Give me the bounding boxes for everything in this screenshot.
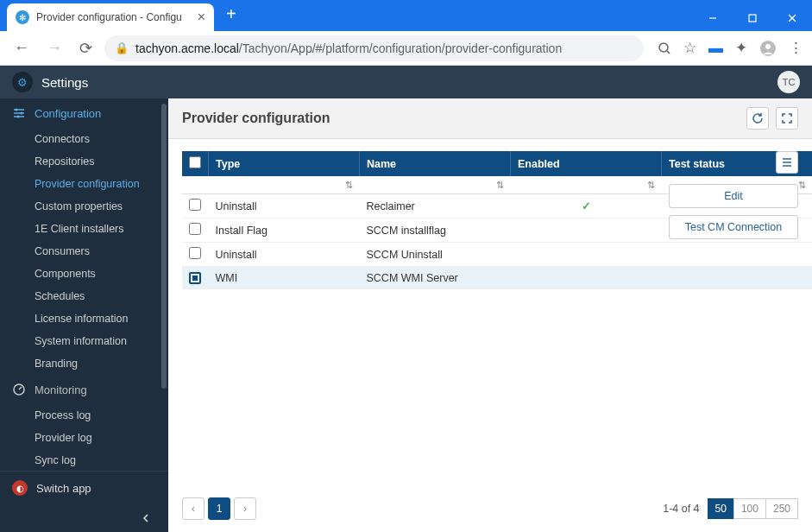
select-all-checkbox[interactable] (189, 156, 201, 168)
profile-icon[interactable] (759, 40, 777, 57)
sidebar-scrollbar[interactable] (161, 104, 167, 389)
cell-name: SCCM Uninstall (360, 243, 511, 267)
filter-name-input[interactable] (363, 179, 493, 191)
back-button[interactable]: ← (9, 35, 35, 60)
sidebar-item[interactable]: Repositories (0, 150, 168, 173)
svg-point-7 (765, 44, 771, 49)
bookmark-star-icon[interactable]: ☆ (683, 39, 696, 57)
switch-app-button[interactable]: ◐ Switch app (0, 472, 168, 504)
check-icon: ✓ (518, 200, 655, 212)
sidebar-item[interactable]: Provider log (0, 427, 168, 449)
col-header-name[interactable]: Name (360, 151, 511, 176)
filter-enabled-input[interactable] (514, 179, 644, 191)
browser-tab[interactable]: ✻ Provider configuration - Configu × (7, 3, 214, 31)
row-checkbox[interactable] (189, 199, 201, 211)
prev-page-button[interactable]: ‹ (182, 497, 205, 520)
lock-icon: 🔒 (115, 41, 129, 54)
sidebar-item[interactable]: Sync log (0, 449, 168, 471)
row-checkbox[interactable] (189, 272, 201, 284)
page-size-selector: 50100250 (708, 498, 798, 519)
fullscreen-button[interactable] (776, 107, 798, 130)
cell-type: Uninstall (209, 194, 360, 218)
svg-point-8 (16, 109, 18, 111)
chat-icon[interactable]: ▬ (708, 40, 723, 57)
refresh-button[interactable] (746, 107, 769, 130)
pager-summary: 1-4 of 4 (663, 503, 699, 515)
sidebar-item[interactable]: Branding (0, 352, 168, 375)
test-connection-button[interactable]: Test CM Connection (669, 215, 798, 239)
nav-label: Configuration (35, 107, 101, 120)
new-tab-button[interactable]: + (214, 4, 249, 24)
app-gear-icon: ⚙ (12, 72, 33, 92)
url-text: tachyon.acme.local/Tachyon/App/#/platfor… (135, 41, 562, 55)
sort-icon[interactable]: ⇅ (342, 180, 356, 191)
sidebar-item[interactable]: License information (0, 307, 168, 330)
edit-button[interactable]: Edit (669, 184, 798, 208)
panel-menu-button[interactable] (776, 151, 798, 174)
sidebar-item[interactable]: Connectors (0, 128, 168, 150)
minimize-button[interactable] (693, 5, 733, 31)
cell-name: SCCM installflag (360, 218, 511, 243)
page-size-option[interactable]: 250 (765, 498, 798, 519)
collapse-sidebar-button[interactable] (0, 504, 168, 532)
cell-enabled (511, 267, 662, 289)
cell-type: Uninstall (209, 243, 360, 267)
cell-enabled (511, 218, 662, 243)
row-checkbox[interactable] (189, 247, 201, 259)
switch-app-label: Switch app (36, 482, 91, 495)
sidebar-item[interactable]: 1E Client installers (0, 218, 168, 240)
svg-rect-1 (749, 15, 756, 22)
close-tab-icon[interactable]: × (198, 10, 205, 24)
reload-button[interactable]: ⟳ (74, 35, 98, 61)
svg-point-9 (21, 112, 23, 115)
svg-line-12 (19, 387, 22, 390)
row-checkbox[interactable] (189, 223, 201, 235)
maximize-button[interactable] (733, 5, 772, 31)
svg-point-10 (17, 116, 20, 118)
sidebar-item[interactable]: Consumers (0, 240, 168, 263)
page-size-option[interactable]: 100 (733, 498, 766, 519)
sidebar-item[interactable]: Custom properties (0, 195, 168, 218)
nav-section-monitoring[interactable]: Monitoring (0, 375, 168, 404)
sidebar-item[interactable]: System information (0, 330, 168, 352)
sidebar-item[interactable]: Components (0, 263, 168, 285)
nav-section-configuration[interactable]: Configuration (0, 98, 168, 128)
page-1-button[interactable]: 1 (208, 497, 230, 520)
sliders-icon (12, 106, 26, 120)
cell-name: Reclaimer (360, 194, 511, 218)
sidebar-item[interactable]: Process log (0, 404, 168, 427)
col-header-select[interactable] (182, 151, 209, 176)
sort-icon[interactable]: ⇅ (493, 180, 507, 191)
page-size-option[interactable]: 50 (708, 498, 734, 519)
page-title: Provider configuration (182, 111, 330, 126)
chevron-left-icon (141, 513, 151, 523)
user-avatar[interactable]: TC (777, 71, 800, 93)
col-header-enabled[interactable]: Enabled (511, 151, 662, 176)
address-bar[interactable]: 🔒 tachyon.acme.local/Tachyon/App/#/platf… (104, 35, 644, 61)
cell-type: Install Flag (209, 218, 360, 243)
cell-enabled: ✓ (511, 194, 662, 218)
filter-type-input[interactable] (212, 179, 342, 191)
svg-line-5 (667, 51, 670, 54)
nav-label: Monitoring (35, 383, 87, 396)
app-title: Settings (41, 75, 88, 90)
next-page-button[interactable]: › (234, 497, 256, 520)
menu-icon[interactable]: ⋮ (789, 39, 803, 57)
svg-point-4 (659, 43, 668, 52)
tab-title: Provider configuration - Configu (36, 11, 191, 23)
zoom-icon[interactable] (658, 41, 671, 55)
cell-enabled (511, 243, 662, 267)
favicon-icon: ✻ (16, 10, 29, 24)
gauge-icon (12, 383, 26, 396)
extensions-icon[interactable]: ✦ (735, 39, 747, 57)
forward-button[interactable]: → (41, 35, 67, 60)
sidebar-item[interactable]: Schedules (0, 285, 168, 307)
close-window-button[interactable] (772, 5, 812, 31)
switch-app-icon: ◐ (12, 480, 28, 496)
cell-name: SCCM WMI Server (360, 267, 511, 289)
sidebar: Configuration ConnectorsRepositoriesProv… (0, 98, 168, 532)
sort-icon[interactable]: ⇅ (644, 180, 658, 191)
cell-type: WMI (209, 267, 360, 289)
col-header-type[interactable]: Type (209, 151, 360, 176)
sidebar-item[interactable]: Provider configuration (0, 173, 168, 195)
